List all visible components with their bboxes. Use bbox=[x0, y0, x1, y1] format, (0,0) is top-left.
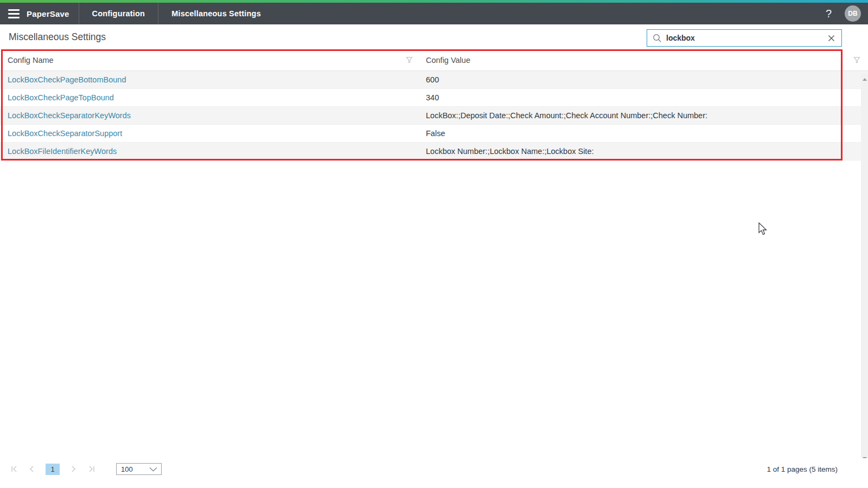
help-icon[interactable]: ? bbox=[819, 3, 838, 24]
search-box[interactable] bbox=[647, 29, 842, 47]
table-row[interactable]: LockBoxCheckPageBottomBound 600 bbox=[0, 71, 868, 89]
config-name-link[interactable]: LockBoxFileIdentifierKeyWords bbox=[0, 147, 420, 156]
last-page-icon[interactable] bbox=[85, 463, 98, 475]
brand-title: PaperSave bbox=[27, 9, 79, 18]
config-name-link[interactable]: LockBoxCheckSeparatorSupport bbox=[0, 129, 420, 138]
search-icon bbox=[647, 34, 666, 43]
column-label: Config Name bbox=[8, 56, 54, 65]
mouse-cursor bbox=[758, 222, 768, 239]
config-name-link[interactable]: LockBoxCheckPageBottomBound bbox=[0, 75, 420, 84]
page-size-value: 100 bbox=[121, 465, 149, 473]
current-page-button[interactable]: 1 bbox=[46, 464, 60, 475]
close-icon[interactable] bbox=[821, 35, 841, 42]
previous-page-icon[interactable] bbox=[25, 463, 38, 475]
config-value: LockBox:;Deposit Date:;Check Amount:;Che… bbox=[420, 111, 868, 120]
column-label: Config Value bbox=[426, 56, 470, 65]
filter-funnel-icon[interactable] bbox=[406, 56, 413, 63]
config-value: 600 bbox=[420, 75, 868, 84]
grid-header-row: Config Name Config Value bbox=[0, 49, 868, 71]
search-input[interactable] bbox=[666, 34, 821, 42]
settings-grid: Config Name Config Value LockBoxCheckPag… bbox=[0, 49, 868, 160]
table-row[interactable]: LockBoxFileIdentifierKeyWords Lockbox Nu… bbox=[0, 143, 868, 160]
column-header-config-value[interactable]: Config Value bbox=[420, 49, 868, 70]
topbar-brand-area: PaperSave bbox=[0, 3, 79, 24]
table-row[interactable]: LockBoxCheckPageTopBound 340 bbox=[0, 89, 868, 107]
filter-funnel-icon[interactable] bbox=[853, 56, 860, 63]
hamburger-menu-icon[interactable] bbox=[8, 9, 20, 18]
chevron-down-icon bbox=[149, 467, 161, 472]
pagination-footer: 1 100 1 of 1 pages (5 items) bbox=[0, 458, 868, 480]
config-name-link[interactable]: LockBoxCheckSeparatorKeyWords bbox=[0, 111, 420, 120]
next-page-icon[interactable] bbox=[67, 463, 80, 475]
scroll-up-icon[interactable] bbox=[863, 78, 867, 81]
user-avatar[interactable]: DB bbox=[845, 5, 861, 22]
first-page-icon[interactable] bbox=[8, 463, 21, 475]
vertical-scrollbar[interactable] bbox=[861, 74, 868, 464]
table-row[interactable]: LockBoxCheckSeparatorSupport False bbox=[0, 125, 868, 143]
tab-configuration[interactable]: Configuration bbox=[79, 3, 158, 24]
tab-miscellaneous-settings[interactable]: Miscellaneous Settings bbox=[158, 3, 274, 24]
config-value: Lockbox Number:;Lockbox Name:;Lockbox Si… bbox=[420, 147, 868, 156]
page-summary: 1 of 1 pages (5 items) bbox=[767, 465, 860, 473]
pager-controls: 1 bbox=[8, 463, 98, 475]
page-header: Miscellaneous Settings bbox=[0, 24, 868, 49]
config-value: 340 bbox=[420, 93, 868, 102]
config-value: False bbox=[420, 129, 868, 138]
config-name-link[interactable]: LockBoxCheckPageTopBound bbox=[0, 93, 420, 102]
top-navigation-bar: PaperSave Configuration Miscellaneous Se… bbox=[0, 3, 868, 24]
page-size-dropdown[interactable]: 100 bbox=[116, 463, 162, 475]
column-header-config-name[interactable]: Config Name bbox=[0, 49, 420, 70]
page-title: Miscellaneous Settings bbox=[0, 31, 106, 43]
topbar-spacer bbox=[274, 3, 819, 24]
table-row[interactable]: LockBoxCheckSeparatorKeyWords LockBox:;D… bbox=[0, 107, 868, 125]
